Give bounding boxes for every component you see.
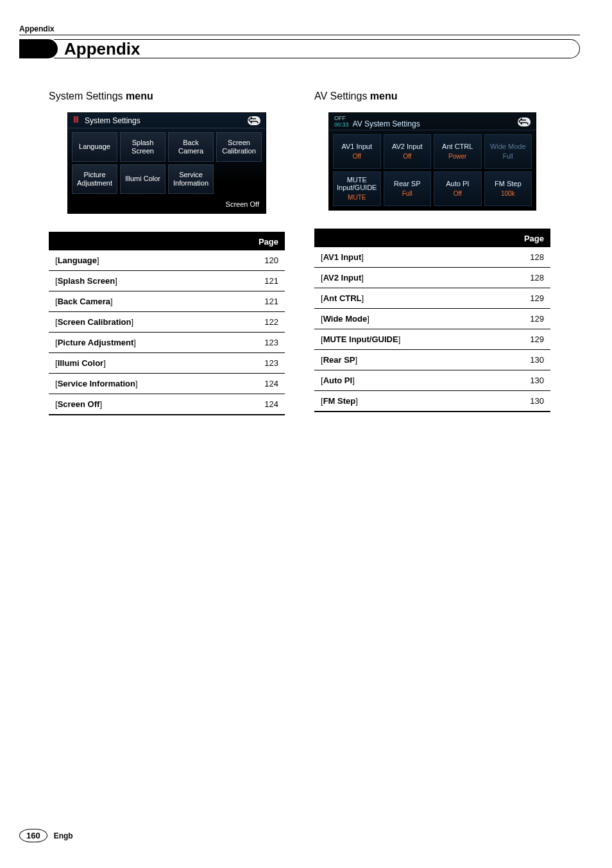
av-settings-heading: AV Settings menu xyxy=(314,91,550,102)
table-row: [Illumi Color]123 xyxy=(49,353,285,374)
table-row: [Wide Mode]129 xyxy=(314,308,550,329)
tile-screen-calibration: ScreenCalibration xyxy=(216,132,262,162)
av-tile-value: MUTE xyxy=(348,194,366,201)
heading-heavy: menu xyxy=(370,91,398,101)
tile-service-information: ServiceInformation xyxy=(168,164,214,194)
tile-empty xyxy=(216,164,262,194)
back-icon xyxy=(518,117,531,126)
av-tile: Rear SPFull xyxy=(384,171,432,206)
title-bar: Appendix xyxy=(19,39,580,58)
av-tile-label: Rear SP xyxy=(394,180,421,187)
row-label: [Splash Screen] xyxy=(49,271,225,291)
row-label: [Back Camera] xyxy=(49,291,225,312)
th-page: Page xyxy=(225,232,285,250)
av-tile-value: Power xyxy=(448,153,466,160)
av-settings-table: Page [AV1 Input]128[AV2 Input]128[Ant CT… xyxy=(314,229,550,412)
lang-label: Engb xyxy=(54,831,73,840)
row-page: 128 xyxy=(489,267,550,288)
av-tile-value: Off xyxy=(454,190,462,197)
row-page: 124 xyxy=(225,394,285,415)
av-tile: Auto PIOff xyxy=(434,171,482,206)
av-tile-label: MUTE Input/GUIDE xyxy=(335,176,379,191)
page-footer: 160 Engb xyxy=(19,829,73,842)
heading-light: AV Settings xyxy=(314,91,370,101)
table-row: [MUTE Input/GUIDE]129 xyxy=(314,329,550,349)
table-row: [Service Information]124 xyxy=(49,374,285,394)
row-page: 128 xyxy=(489,247,550,268)
page-number: 160 xyxy=(19,829,47,842)
row-page: 130 xyxy=(489,349,550,370)
table-row: [Language]120 xyxy=(49,250,285,271)
row-label: [Screen Off] xyxy=(49,394,225,415)
heading-light: System Settings xyxy=(49,91,126,101)
av-settings-tbody: [AV1 Input]128[AV2 Input]128[Ant CTRL]12… xyxy=(314,247,550,412)
svg-rect-0 xyxy=(74,116,76,123)
tile-language: Language xyxy=(72,132,117,162)
row-page: 121 xyxy=(225,271,285,291)
row-label: [Ant CTRL] xyxy=(314,288,489,308)
row-label: [Rear SP] xyxy=(314,349,489,370)
row-page: 129 xyxy=(489,288,550,308)
av-tile-value: Off xyxy=(353,153,361,160)
av-tile: Ant CTRLPower xyxy=(434,134,482,169)
svg-rect-1 xyxy=(76,116,78,123)
table-row: [Auto PI]130 xyxy=(314,370,550,390)
page-title: Appendix xyxy=(54,39,580,58)
av-settings-tile-grid: AV1 InputOffAV2 InputOffAnt CTRLPowerWid… xyxy=(329,130,536,210)
tile-picture-adjustment: PictureAdjustment xyxy=(72,164,117,194)
av-tile-label: Ant CTRL xyxy=(442,143,473,150)
tile-illumi-color: Illumi Color xyxy=(120,164,166,194)
table-row: [Splash Screen]121 xyxy=(49,271,285,291)
system-settings-heading: System Settings menu xyxy=(49,91,285,102)
row-page: 130 xyxy=(489,370,550,390)
header-section-label: Appendix xyxy=(19,24,580,35)
row-page: 130 xyxy=(489,390,550,412)
table-row: [Back Camera]121 xyxy=(49,291,285,312)
row-label: [FM Step] xyxy=(314,390,489,412)
screen-off-label: Screen Off xyxy=(68,198,266,213)
table-row: [FM Step]130 xyxy=(314,390,550,412)
table-row: [Screen Calibration]122 xyxy=(49,312,285,333)
av-tile-value: 100k xyxy=(501,190,515,197)
back-icon xyxy=(248,116,260,125)
screenshot-title: System Settings xyxy=(85,116,140,125)
row-page: 121 xyxy=(225,291,285,312)
left-column: System Settings menu System Settings Lan… xyxy=(49,91,285,415)
av-tile-label: AV1 Input xyxy=(342,143,373,150)
th-page: Page xyxy=(489,229,550,247)
av-tile-label: Wide Mode xyxy=(490,143,526,150)
tile-splash-screen: SplashScreen xyxy=(120,132,166,162)
table-row: [Ant CTRL]129 xyxy=(314,288,550,308)
table-row: [AV1 Input]128 xyxy=(314,247,550,268)
av-settings-screenshot: OFF 00:33 AV System Settings AV1 InputOf… xyxy=(328,112,536,211)
table-row: [AV2 Input]128 xyxy=(314,267,550,288)
row-label: [AV1 Input] xyxy=(314,247,489,268)
av-screenshot-title: AV System Settings xyxy=(353,119,420,128)
row-label: [Auto PI] xyxy=(314,370,489,390)
av-tile-label: AV2 Input xyxy=(392,143,423,150)
row-label: [Service Information] xyxy=(49,374,225,394)
table-row: [Rear SP]130 xyxy=(314,349,550,370)
av-tile: Wide ModeFull xyxy=(484,134,532,169)
av-tile-value: Full xyxy=(503,153,513,160)
row-label: [Language] xyxy=(49,250,225,271)
right-column: AV Settings menu OFF 00:33 AV System Set… xyxy=(314,91,550,415)
av-tile: AV2 InputOff xyxy=(384,134,432,169)
th-blank xyxy=(49,232,225,250)
tile-back-camera: BackCamera xyxy=(168,132,214,162)
system-settings-screenshot: System Settings Language SplashScreen Ba… xyxy=(67,112,266,214)
av-tile-label: FM Step xyxy=(495,180,522,187)
av-tile: AV1 InputOff xyxy=(333,134,381,169)
row-page: 120 xyxy=(225,250,285,271)
row-page: 122 xyxy=(225,312,285,333)
row-label: [AV2 Input] xyxy=(314,267,489,288)
heading-heavy: menu xyxy=(126,91,153,101)
system-settings-tile-grid: Language SplashScreen BackCamera ScreenC… xyxy=(68,128,266,198)
row-label: [MUTE Input/GUIDE] xyxy=(314,329,489,349)
title-bullet xyxy=(19,39,58,58)
system-settings-table: Page [Language]120[Splash Screen]121[Bac… xyxy=(49,232,285,415)
table-row: [Screen Off]124 xyxy=(49,394,285,415)
av-tile: MUTE Input/GUIDEMUTE xyxy=(333,171,381,206)
row-page: 123 xyxy=(225,333,285,353)
av-tile-value: Full xyxy=(402,190,412,197)
